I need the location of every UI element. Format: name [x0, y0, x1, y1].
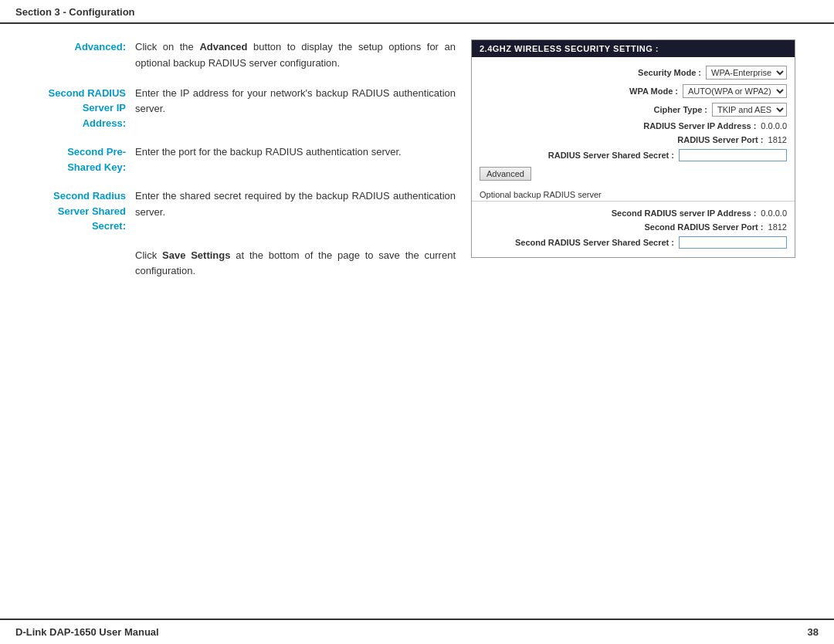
radius-server-secret-label: RADIUS Server Shared Secret : [548, 151, 674, 160]
radius-server-ip-label: RADIUS Server IP Address : [643, 121, 756, 130]
radius-server-ip-value: 0.0.0.0 [761, 121, 787, 130]
second-radius-server-shared-label: Second RadiusServer SharedSecret: [15, 188, 135, 234]
description-column: Advanced: Click on the Advanced button t… [15, 39, 456, 293]
second-radius-secret-row: Second RADIUS Server Shared Secret : [472, 234, 795, 251]
advanced-label: Advanced: [15, 39, 135, 55]
radius-server-port-value: 1812 [768, 135, 787, 144]
second-radius-label: Second RADIUSServer IPAddress: [15, 86, 135, 131]
second-pre-shared-key-description: Enter the port for the backup RADIUS aut… [135, 144, 456, 161]
save-settings-description: Click Save Settings at the bottom of the… [135, 248, 456, 280]
second-radius-port-row: Second RADIUS Server Port : 1812 [472, 220, 795, 234]
second-radius-ip-row: Second RADIUS server IP Address : 0.0.0.… [472, 206, 795, 220]
wpa-mode-row: WPA Mode : AUTO(WPA or WPA2) [472, 82, 795, 100]
footer-page-number: 38 [808, 626, 819, 638]
security-mode-row: Security Mode : WPA-Enterprise [472, 63, 795, 82]
advanced-section: Advanced [472, 164, 795, 184]
cipher-type-select[interactable]: TKIP and AES [712, 103, 787, 117]
second-radius-ip-value: 0.0.0.0 [761, 208, 787, 218]
second-pre-shared-key-label: Second Pre-Shared Key: [15, 144, 135, 175]
wpa-mode-label: WPA Mode : [629, 86, 678, 96]
second-pre-shared-key-row: Second Pre-Shared Key: Enter the port fo… [15, 144, 456, 175]
save-settings-row: Click Save Settings at the bottom of the… [15, 248, 456, 280]
wifi-panel-header: 2.4GHZ WIRELESS SECURITY SETTING : [472, 40, 795, 57]
panel-divider [472, 201, 795, 202]
main-content: Advanced: Click on the Advanced button t… [0, 24, 834, 293]
panel-column: 2.4GHZ WIRELESS SECURITY SETTING : Secur… [471, 39, 819, 293]
optional-backup-label: Optional backup RADIUS server [472, 187, 795, 201]
second-radius-port-label: Second RADIUS Server Port : [644, 222, 763, 232]
advanced-button[interactable]: Advanced [480, 167, 531, 181]
second-radius-server-shared-description: Enter the shared secret required by the … [135, 188, 456, 221]
security-mode-label: Security Mode : [638, 68, 701, 77]
advanced-description: Click on the Advanced button to display … [135, 39, 456, 72]
radius-server-ip-row: RADIUS Server IP Address : 0.0.0.0 [472, 119, 795, 133]
cipher-type-row: Cipher Type : TKIP and AES [472, 100, 795, 119]
page-footer: D-Link DAP-1650 User Manual 38 [0, 619, 834, 644]
second-radius-description: Enter the IP address for your network's … [135, 86, 456, 118]
radius-server-port-row: RADIUS Server Port : 1812 [472, 133, 795, 147]
wifi-security-panel: 2.4GHZ WIRELESS SECURITY SETTING : Secur… [471, 39, 795, 258]
wifi-panel-body: Security Mode : WPA-Enterprise WPA Mode … [472, 57, 795, 257]
second-radius-port-value: 1812 [768, 222, 787, 232]
radius-server-port-label: RADIUS Server Port : [677, 135, 763, 144]
radius-server-secret-input[interactable] [679, 149, 787, 161]
advanced-row: Advanced: Click on the Advanced button t… [15, 39, 456, 72]
section-title: Section 3 - Configuration [15, 6, 135, 18]
radius-server-secret-row: RADIUS Server Shared Secret : [472, 147, 795, 164]
second-radius-secret-input[interactable] [679, 236, 787, 249]
cipher-type-label: Cipher Type : [654, 105, 707, 114]
wpa-mode-select[interactable]: AUTO(WPA or WPA2) [683, 84, 787, 98]
footer-title: D-Link DAP-1650 User Manual [15, 626, 159, 638]
security-mode-select[interactable]: WPA-Enterprise [706, 66, 787, 80]
second-radius-server-ip-row: Second RADIUSServer IPAddress: Enter the… [15, 86, 456, 131]
second-radius-ip-label: Second RADIUS server IP Address : [612, 208, 757, 218]
page-header: Section 3 - Configuration [0, 0, 834, 24]
second-radius-secret-label: Second RADIUS Server Shared Secret : [515, 238, 674, 247]
second-radius-server-shared-row: Second RadiusServer SharedSecret: Enter … [15, 188, 456, 234]
